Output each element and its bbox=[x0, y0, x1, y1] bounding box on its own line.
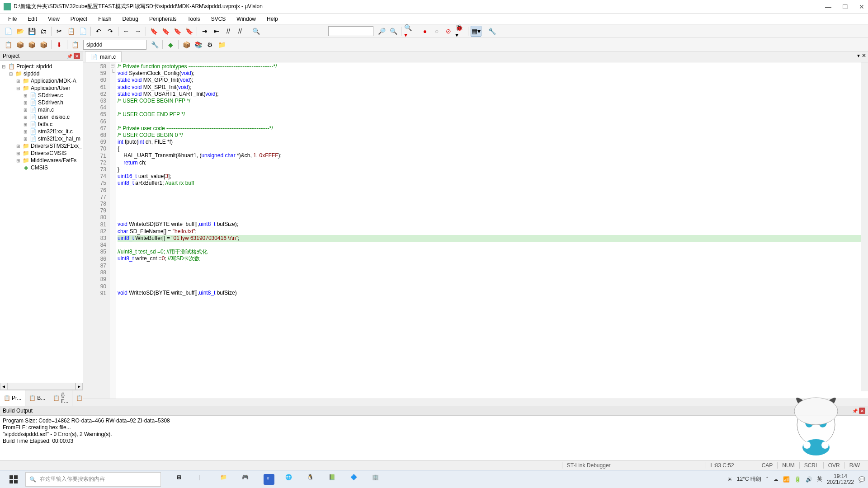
svcs-button[interactable]: 📁 bbox=[216, 39, 227, 50]
taskbar-uvision[interactable]: 📗 bbox=[324, 470, 344, 488]
menu-peripherals[interactable]: Peripherals bbox=[145, 14, 181, 23]
books-button[interactable]: 📚 bbox=[193, 39, 203, 50]
tree-group-2[interactable]: ⊞📁Drivers/STM32F1xx_ bbox=[1, 142, 82, 150]
project-tab-2[interactable]: 📋{} F... bbox=[49, 390, 72, 406]
tab-dropdown-button[interactable]: ▾ bbox=[857, 52, 860, 59]
menu-svcs[interactable]: SVCS bbox=[207, 14, 231, 23]
menu-debug[interactable]: Debug bbox=[118, 14, 143, 23]
editor-vscrollbar[interactable] bbox=[861, 62, 868, 391]
tree-file-1-1[interactable]: ⊞📄SDdriver.h bbox=[1, 99, 82, 106]
indent-button[interactable]: ⇥ bbox=[199, 26, 210, 37]
target-manage-button[interactable]: 🔧 bbox=[149, 39, 160, 50]
panel-pin-button[interactable]: 📌 bbox=[66, 53, 73, 59]
translate-button[interactable]: 📋 bbox=[3, 39, 14, 50]
tray-volume-icon[interactable]: 🔊 bbox=[806, 476, 812, 483]
bookmark-button[interactable]: 🔖 bbox=[148, 26, 159, 37]
manage-rte-button[interactable]: ◆ bbox=[165, 39, 176, 50]
undo-button[interactable]: ↶ bbox=[93, 26, 104, 37]
tree-group-1[interactable]: ⊟📁Application/User bbox=[1, 84, 82, 92]
menu-help[interactable]: Help bbox=[262, 14, 283, 23]
breakpoint-insert-button[interactable]: ● bbox=[420, 26, 430, 37]
taskbar-app-blue[interactable]: 〃 bbox=[259, 470, 279, 488]
menu-flash[interactable]: Flash bbox=[94, 14, 116, 23]
tray-battery-icon[interactable]: 🔋 bbox=[794, 476, 801, 483]
bookmark-next-button[interactable]: 🔖 bbox=[172, 26, 183, 37]
tree-group-4[interactable]: ⊞📁Middlewares/FatFs bbox=[1, 157, 82, 164]
redo-button[interactable]: ↷ bbox=[105, 26, 116, 37]
cut-button[interactable]: ✂ bbox=[54, 26, 65, 37]
breakpoint-disable-button[interactable]: ○ bbox=[431, 26, 442, 37]
tree-hscroll-right[interactable]: ▸ bbox=[75, 383, 83, 390]
window-layout-button[interactable]: ▦▾ bbox=[471, 26, 481, 37]
menu-file[interactable]: File bbox=[4, 14, 21, 23]
menu-window[interactable]: Window bbox=[232, 14, 260, 23]
build-panel-pin-button[interactable]: 📌 bbox=[852, 408, 858, 414]
taskbar-app-tool[interactable]: 🔷 bbox=[345, 470, 366, 488]
tree-file-1-3[interactable]: ⊞📄user_diskio.c bbox=[1, 113, 82, 121]
taskbar-qq[interactable]: 🐧 bbox=[302, 470, 323, 488]
batch-build-button[interactable]: 📦 bbox=[38, 39, 49, 50]
tray-clock[interactable]: 19:14 2021/12/22 bbox=[827, 474, 854, 485]
build-panel-close-button[interactable]: ✕ bbox=[859, 408, 865, 414]
tree-file-1-4[interactable]: ⊞📄fatfs.c bbox=[1, 121, 82, 128]
manage-button[interactable]: ⚙ bbox=[204, 39, 215, 50]
new-file-button[interactable]: 📄 bbox=[3, 26, 14, 37]
find-combo[interactable] bbox=[328, 26, 373, 36]
download-button[interactable]: ⬇ bbox=[54, 39, 65, 50]
target-select[interactable]: sipddd bbox=[83, 40, 146, 50]
menu-view[interactable]: View bbox=[43, 14, 64, 23]
tray-weather[interactable]: 12°C 晴朗 bbox=[737, 475, 761, 483]
tree-group-0[interactable]: ⊞📁Application/MDK-A bbox=[1, 77, 82, 84]
paste-button[interactable]: 📄 bbox=[77, 26, 88, 37]
tray-cloud-icon[interactable]: ☁ bbox=[773, 476, 778, 483]
tree-file-1-6[interactable]: ⊞📄stm32f1xx_hal_m bbox=[1, 135, 82, 142]
uncomment-button[interactable]: // bbox=[235, 26, 245, 37]
tray-ime[interactable]: 英 bbox=[817, 475, 822, 483]
build-button[interactable]: 📦 bbox=[14, 39, 25, 50]
taskbar-search[interactable]: 🔍 在这里输入你要搜索的内容 bbox=[25, 472, 161, 487]
project-tab-1[interactable]: 📋B... bbox=[25, 390, 49, 406]
editor-tab-main-c[interactable]: 📄 main.c bbox=[85, 52, 122, 62]
code-editor[interactable]: 5859606162636465666768697071727374757677… bbox=[83, 62, 868, 399]
tray-network-icon[interactable]: 📶 bbox=[783, 476, 790, 483]
fold-column[interactable]: ⊟└ bbox=[109, 62, 116, 399]
rebuild-button[interactable]: 📦 bbox=[26, 39, 37, 50]
tree-group-3[interactable]: ⊞📁Drivers/CMSIS bbox=[1, 150, 82, 157]
tree-hscroll-left[interactable]: ◂ bbox=[0, 383, 7, 390]
find-in-files-button[interactable]: 🔎 bbox=[376, 26, 387, 37]
tab-close-button[interactable]: ✕ bbox=[862, 52, 866, 59]
outdent-button[interactable]: ⇤ bbox=[211, 26, 222, 37]
build-output-text[interactable]: Program Size: Code=14862 RO-data=466 RW-… bbox=[0, 416, 868, 460]
nav-back-button[interactable]: ← bbox=[121, 26, 132, 37]
taskbar-edge[interactable]: 🌐 bbox=[280, 470, 301, 488]
maximize-button[interactable]: ☐ bbox=[842, 3, 848, 10]
find-button[interactable]: 🔍 bbox=[250, 26, 261, 37]
project-tab-0[interactable]: 📋Pr... bbox=[0, 390, 25, 406]
save-button[interactable]: 💾 bbox=[26, 26, 37, 37]
project-tree[interactable]: ⊟📋Project: sipddd⊟📁sipddd⊞📁Application/M… bbox=[0, 61, 83, 383]
minimize-button[interactable]: — bbox=[825, 3, 831, 10]
configure-button[interactable]: 🔧 bbox=[486, 26, 497, 37]
bookmark-clear-button[interactable]: 🔖 bbox=[184, 26, 194, 37]
taskbar-xbox[interactable]: 🎮 bbox=[237, 470, 258, 488]
save-all-button[interactable]: 🗂 bbox=[38, 26, 49, 37]
taskbar-app-building[interactable]: 🏢 bbox=[367, 470, 388, 488]
breakpoint-kill-button[interactable]: ⊘ bbox=[443, 26, 454, 37]
close-button[interactable]: ✕ bbox=[859, 3, 864, 10]
copy-button[interactable]: 📋 bbox=[66, 26, 76, 37]
incremental-find-button[interactable]: 🔍 bbox=[388, 26, 399, 37]
menu-tools[interactable]: Tools bbox=[183, 14, 205, 23]
code-content[interactable]: /* Private function prototypes ---------… bbox=[116, 62, 868, 399]
tree-file-1-5[interactable]: ⊞📄stm32f1xx_it.c bbox=[1, 128, 82, 135]
comment-button[interactable]: // bbox=[223, 26, 234, 37]
breakpoint-window-button[interactable]: 🐞▾ bbox=[455, 26, 466, 37]
tray-chevron-icon[interactable]: ˄ bbox=[766, 476, 769, 483]
tray-notifications-icon[interactable]: 💬 bbox=[859, 476, 865, 483]
debug-button[interactable]: 🔍▾ bbox=[404, 26, 415, 37]
tree-project-root[interactable]: ⊟📋Project: sipddd bbox=[1, 63, 82, 70]
editor-hscrollbar[interactable] bbox=[83, 399, 868, 406]
menu-edit[interactable]: Edit bbox=[23, 14, 42, 23]
tree-cmsis[interactable]: ◆CMSIS bbox=[1, 164, 82, 171]
tree-file-1-0[interactable]: ⊞📄SDdriver.c bbox=[1, 92, 82, 99]
pack-installer-button[interactable]: 📦 bbox=[181, 39, 192, 50]
